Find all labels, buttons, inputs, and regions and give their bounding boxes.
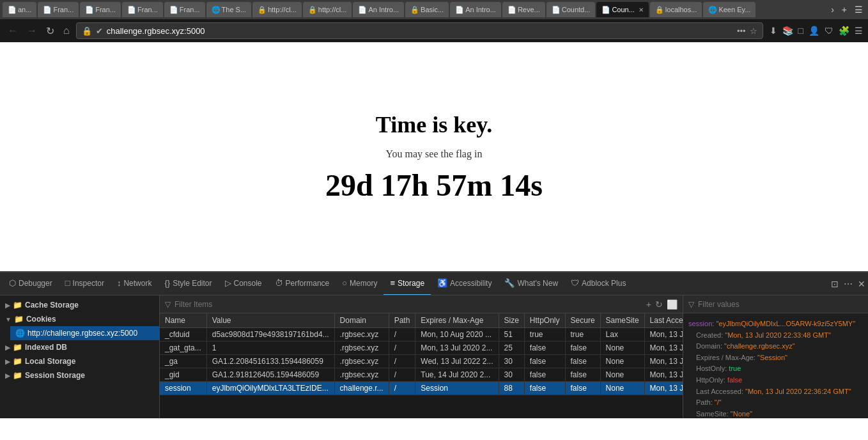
- tab-9[interactable]: 🔒Basic...: [405, 2, 449, 17]
- tab-favicon-9: 🔒: [410, 6, 418, 13]
- download-button[interactable]: ⬇: [770, 26, 777, 36]
- sync-button[interactable]: 👤: [809, 26, 819, 36]
- refresh-button[interactable]: ↻: [655, 299, 663, 310]
- cell-domain: .rgbsec.xyz: [334, 368, 389, 382]
- table-row-session[interactable]: session eyJlbmQiOilyMDlxLTA3LTEzIDE... c…: [160, 382, 683, 395]
- cell-secure: false: [565, 342, 600, 355]
- col-domain[interactable]: Domain: [334, 313, 389, 328]
- devtools-panel: ⬡ Debugger □ Inspector ↕ Network {} Styl…: [0, 271, 868, 418]
- home-button[interactable]: ⌂: [61, 24, 72, 38]
- tab-5[interactable]: 🌐The S...: [206, 2, 252, 17]
- col-value[interactable]: Value: [206, 313, 334, 328]
- adblock-icon: 🛡: [571, 278, 579, 288]
- bookmark-button[interactable]: ☆: [750, 26, 757, 36]
- tab-12[interactable]: 📄Countd...: [546, 2, 596, 17]
- cell-value: d5ac9808d179e4938197161bd4...: [206, 328, 334, 342]
- tab-favicon-10: 📄: [455, 6, 463, 13]
- col-httponly[interactable]: HttpOnly: [524, 313, 565, 328]
- tab-favicon-1: 📄: [43, 6, 50, 13]
- addon-button[interactable]: 🧩: [839, 26, 849, 36]
- table-row[interactable]: _gat_gta... 1 .rgbsec.xyz / Mon, 13 Jul …: [160, 342, 683, 355]
- col-samesite[interactable]: SameSite: [600, 313, 644, 328]
- tab-close-13[interactable]: ✕: [639, 6, 644, 13]
- reload-button[interactable]: ↻: [43, 24, 57, 38]
- cell-httponly: true: [524, 328, 565, 342]
- table-row[interactable]: _cfduid d5ac9808d179e4938197161bd4... .r…: [160, 328, 683, 342]
- tab-15[interactable]: 🌐Keen Ey...: [703, 2, 756, 17]
- tab-favicon-14: 🔒: [655, 6, 663, 13]
- tab-network[interactable]: ↕ Network: [111, 272, 159, 295]
- tab-1[interactable]: 📄Fran...: [38, 2, 79, 17]
- tab-favicon-15: 🌐: [708, 6, 716, 13]
- tab-8[interactable]: 📄An Intro...: [353, 2, 404, 17]
- tree-item-cookies-challenge[interactable]: 🌐 http://challenge.rgbsec.xyz:5000: [10, 326, 159, 340]
- table-row[interactable]: _gid GA1.2.918126405.1594486059 .rgbsec.…: [160, 368, 683, 382]
- tab-inspector[interactable]: □ Inspector: [59, 272, 111, 295]
- tab-10[interactable]: 📄An Intro...: [450, 2, 501, 17]
- page-subtitle: You may see the flag in: [386, 148, 483, 160]
- tree-item-cookies[interactable]: ▼ 📁 Cookies: [0, 312, 159, 326]
- rp-session-value: "eyJlbmQiOilyMDlxL...O5ARW-k9zi5zY5MY": [716, 320, 855, 327]
- url-bar[interactable]: 🔒 ✔ challenge.rgbsec.xyz:5000 ••• ☆: [76, 22, 763, 39]
- adblock-button[interactable]: 🛡: [825, 26, 833, 36]
- more-tabs-button[interactable]: ›: [828, 3, 837, 16]
- library-button[interactable]: 📚: [782, 26, 793, 36]
- filter-input[interactable]: [174, 300, 642, 309]
- tab-accessibility[interactable]: ♿ Accessibility: [431, 272, 498, 295]
- tab-0[interactable]: 📄an...: [3, 2, 36, 17]
- tab-performance[interactable]: ⏱ Performance: [268, 272, 336, 295]
- back-button[interactable]: ←: [5, 24, 20, 38]
- indexed-db-icon: 📁: [13, 343, 22, 352]
- add-item-button[interactable]: +: [646, 299, 651, 310]
- url-actions: ••• ☆: [737, 26, 757, 36]
- col-name[interactable]: Name: [160, 313, 206, 328]
- tab-whats-new[interactable]: 🔧 What's New: [498, 272, 564, 295]
- col-secure[interactable]: Secure: [565, 313, 600, 328]
- col-lastaccessed[interactable]: Last Accessed: [644, 313, 683, 328]
- tab-7[interactable]: 🔒http://cl...: [303, 2, 352, 17]
- tab-4[interactable]: 📄Fran...: [164, 2, 205, 17]
- rp-domain-value: "challenge.rgbsec.xyz": [724, 342, 795, 350]
- devtools-more-button[interactable]: ⋯: [844, 279, 853, 289]
- devtools-dock-button[interactable]: ⊡: [831, 279, 839, 289]
- tab-14[interactable]: 🔒localhos...: [650, 2, 702, 17]
- col-path[interactable]: Path: [389, 313, 415, 328]
- tab-11[interactable]: 📄Reve...: [502, 2, 545, 17]
- tab-style-editor[interactable]: {} Style Editor: [158, 272, 218, 295]
- right-filter-input[interactable]: [698, 300, 863, 309]
- tab-console[interactable]: ▷ Console: [219, 272, 268, 295]
- devtools-close-button[interactable]: ✕: [858, 279, 865, 289]
- tab-debugger[interactable]: ⬡ Debugger: [3, 272, 59, 295]
- menu-button[interactable]: ☰: [855, 26, 863, 36]
- tab-favicon-8: 📄: [358, 6, 366, 13]
- tab-3[interactable]: 📄Fran...: [122, 2, 163, 17]
- cell-expires: Wed, 13 Jul 2022 2...: [415, 355, 499, 368]
- tab-memory[interactable]: ○ Memory: [336, 272, 384, 295]
- cell-lastaccessed: Mon, 13 Jul 2020 2...: [644, 368, 683, 382]
- tab-2[interactable]: 📄Fran...: [80, 2, 121, 17]
- forward-button[interactable]: →: [24, 24, 40, 38]
- tree-item-local-storage[interactable]: ▶ 📁 Local Storage: [0, 354, 159, 368]
- cell-secure: false: [565, 355, 600, 368]
- export-button[interactable]: ⬜: [667, 299, 678, 310]
- tab-6[interactable]: 🔒http://cl...: [252, 2, 302, 17]
- tab-storage[interactable]: ≡ Storage: [384, 272, 431, 295]
- cell-lastaccessed: Mon, 13 Jul 2020 2...: [644, 342, 683, 355]
- table-row[interactable]: _ga GA1.2.2084516133.1594486059 .rgbsec.…: [160, 355, 683, 368]
- tree-item-cache-storage[interactable]: ▶ 📁 Cache Storage: [0, 298, 159, 312]
- tree-item-session-storage[interactable]: ▶ 📁 Session Storage: [0, 368, 159, 382]
- local-storage-arrow: ▶: [5, 358, 10, 365]
- cell-size: 25: [499, 342, 524, 355]
- devtools-controls: ⊡ ⋯ ✕: [831, 279, 865, 289]
- reader-button[interactable]: □: [798, 26, 803, 36]
- col-size[interactable]: Size: [499, 313, 524, 328]
- tree-item-indexed-db[interactable]: ▶ 📁 Indexed DB: [0, 340, 159, 354]
- tab-adblock[interactable]: 🛡 Adblock Plus: [564, 272, 632, 295]
- tab-13[interactable]: 📄Coun...✕: [596, 2, 648, 17]
- page-content: Time is key. You may see the flag in 29d…: [0, 42, 868, 271]
- tab-list-button[interactable]: ☰: [852, 3, 865, 16]
- accessibility-icon: ♿: [437, 278, 447, 288]
- url-more-button[interactable]: •••: [737, 26, 746, 36]
- new-tab-button[interactable]: +: [839, 3, 849, 16]
- col-expires[interactable]: Expires / Max-Age: [415, 313, 499, 328]
